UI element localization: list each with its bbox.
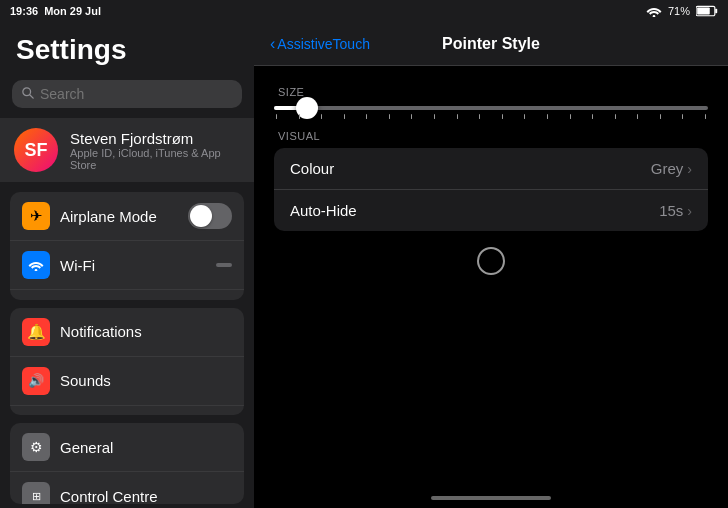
general-label: General <box>60 439 232 456</box>
control-centre-label: Control Centre <box>60 488 232 504</box>
general-icon: ⚙ <box>22 433 50 461</box>
profile-info: Steven Fjordstrøm Apple ID, iCloud, iTun… <box>70 130 240 171</box>
svg-point-6 <box>35 269 38 271</box>
colour-chevron-icon: › <box>687 161 692 177</box>
right-header: ‹ AssistiveTouch Pointer Style <box>254 22 728 66</box>
profile-name: Steven Fjordstrøm <box>70 130 240 147</box>
settings-title: Settings <box>0 22 254 74</box>
size-section: SIZE <box>274 86 708 110</box>
sidebar-item-control-centre[interactable]: ⊞ Control Centre <box>10 472 244 504</box>
notifications-icon: 🔔 <box>22 318 50 346</box>
status-bar-left: 19:36 Mon 29 Jul <box>10 5 101 17</box>
general-settings-group: ⚙ General ⊞ Control Centre ☀ Display & B… <box>10 423 244 504</box>
notifications-label: Notifications <box>60 323 232 340</box>
page-title: Pointer Style <box>442 35 540 53</box>
sidebar: Settings SF Steven Fjordstrøm Apple ID, … <box>0 22 254 508</box>
visual-label: VISUAL <box>274 130 708 142</box>
colour-value: Grey <box>651 160 684 177</box>
profile-subtitle: Apple ID, iCloud, iTunes & App Store <box>70 147 240 171</box>
avatar: SF <box>14 128 58 172</box>
sidebar-item-general[interactable]: ⚙ General <box>10 423 244 472</box>
status-bar-right: 71% <box>646 5 718 17</box>
back-label: AssistiveTouch <box>277 36 370 52</box>
size-label: SIZE <box>274 86 708 98</box>
wifi-label: Wi-Fi <box>60 257 206 274</box>
sidebar-item-wifi[interactable]: Wi-Fi <box>10 241 244 290</box>
battery-text: 71% <box>668 5 690 17</box>
auto-hide-value: 15s <box>659 202 683 219</box>
pointer-area <box>274 247 708 275</box>
wifi-settings-icon <box>22 251 50 279</box>
airplane-mode-icon: ✈ <box>22 202 50 230</box>
home-bar <box>431 496 551 500</box>
sidebar-item-sounds[interactable]: 🔊 Sounds <box>10 357 244 406</box>
visual-menu: Colour Grey › Auto-Hide 15s › <box>274 148 708 231</box>
svg-rect-3 <box>697 7 710 14</box>
main-layout: Settings SF Steven Fjordstrøm Apple ID, … <box>0 22 728 508</box>
sidebar-item-bluetooth[interactable]: B Bluetooth On <box>10 290 244 300</box>
back-button[interactable]: ‹ AssistiveTouch <box>270 35 370 53</box>
wifi-status <box>216 263 232 267</box>
home-indicator <box>254 488 728 508</box>
sidebar-item-notifications[interactable]: 🔔 Notifications <box>10 308 244 357</box>
right-panel: ‹ AssistiveTouch Pointer Style SIZE <box>254 22 728 508</box>
date: Mon 29 Jul <box>44 5 101 17</box>
sidebar-item-do-not-disturb[interactable]: 🌙 Do Not Disturb <box>10 406 244 416</box>
auto-hide-chevron-icon: › <box>687 203 692 219</box>
right-content: SIZE <box>254 66 728 488</box>
control-centre-icon: ⊞ <box>22 482 50 504</box>
sidebar-item-airplane-mode[interactable]: ✈ Airplane Mode <box>10 192 244 241</box>
sounds-icon: 🔊 <box>22 367 50 395</box>
pointer-cursor <box>477 247 505 275</box>
size-slider-track <box>274 106 708 110</box>
wifi-icon <box>646 5 662 17</box>
status-bar: 19:36 Mon 29 Jul 71% <box>0 0 728 22</box>
auto-hide-label: Auto-Hide <box>290 202 659 219</box>
svg-line-5 <box>30 94 33 97</box>
auto-hide-row[interactable]: Auto-Hide 15s › <box>274 190 708 231</box>
search-icon <box>22 87 34 102</box>
airplane-mode-toggle[interactable] <box>188 203 232 229</box>
search-bar[interactable] <box>12 80 242 108</box>
time: 19:36 <box>10 5 38 17</box>
sounds-label: Sounds <box>60 372 232 389</box>
network-settings-group: ✈ Airplane Mode Wi-Fi B Bluetooth O <box>10 192 244 300</box>
notifications-settings-group: 🔔 Notifications 🔊 Sounds 🌙 Do Not Distur… <box>10 308 244 416</box>
svg-point-0 <box>653 15 656 17</box>
colour-label: Colour <box>290 160 651 177</box>
back-chevron-icon: ‹ <box>270 35 275 53</box>
airplane-mode-label: Airplane Mode <box>60 208 178 225</box>
profile-section[interactable]: SF Steven Fjordstrøm Apple ID, iCloud, i… <box>0 118 254 182</box>
search-input[interactable] <box>40 86 232 102</box>
visual-section: VISUAL Colour Grey › Auto-Hide 15s › <box>274 130 708 231</box>
battery-icon <box>696 5 718 17</box>
colour-row[interactable]: Colour Grey › <box>274 148 708 190</box>
svg-rect-2 <box>715 9 717 14</box>
